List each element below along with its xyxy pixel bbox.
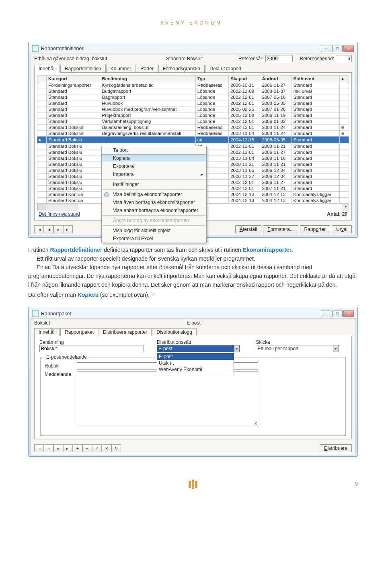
- table-row[interactable]: StandardBudgetrapportLöpande2002-12-0920…: [37, 88, 349, 94]
- minimize-button[interactable]: —: [321, 45, 331, 52]
- logo-icon: [189, 481, 197, 489]
- nav-cancel[interactable]: ✕: [102, 444, 111, 452]
- record-nav: |◂ ◂ ▸ ▸| + − ✓ ✕ ↻: [34, 444, 121, 452]
- tab-innehall[interactable]: Innehåll: [34, 328, 60, 336]
- meddelande-input[interactable]: [77, 372, 258, 425]
- ref-period-input[interactable]: [336, 55, 352, 62]
- body-text: I rutinen Rapportdefinitioner definieras…: [28, 246, 358, 300]
- col-header[interactable]: Skapad: [229, 76, 260, 82]
- distributionssatt-label: Distributionssätt: [157, 339, 191, 345]
- desc-bokslut: Bokslut: [34, 320, 187, 326]
- table-row[interactable]: StandardHuvudbok med program/verksamhetL…: [37, 106, 349, 112]
- nav-next[interactable]: ▸: [53, 225, 63, 233]
- reports-button[interactable]: Rapporter: [300, 225, 330, 233]
- distribuera-button[interactable]: Distribuera: [320, 444, 352, 452]
- table-row[interactable]: StandardHuvudbokLöpande2002-12-012008-05…: [37, 100, 349, 106]
- ref-period-label: Referensperiod:: [300, 56, 334, 61]
- tab-rapportpaket[interactable]: Rapportpaket: [60, 328, 98, 336]
- context-menu: Ta bort Kopiera Exportera Importera Inst…: [101, 146, 207, 243]
- tab-innehall[interactable]: Innehåll: [34, 65, 60, 73]
- ctx-remove[interactable]: Ta bort: [102, 146, 206, 154]
- distributionssatt-combo[interactable]: E-post ▾: [157, 345, 240, 352]
- record-nav: |◂ ◂ ▸ ▸|: [34, 225, 73, 233]
- table-row[interactable]: FördelningsrapporterKyrkogårdens arbetad…: [37, 82, 349, 88]
- std-label: Standard Bokslut: [166, 56, 238, 61]
- meddelande-label: Meddelande: [45, 372, 77, 377]
- rubrik-label: Rubrik: [45, 363, 77, 369]
- tab-distributionslogg[interactable]: Distributionslogg: [152, 328, 197, 336]
- format-button[interactable]: Formatera...: [263, 225, 298, 233]
- ref-year-label: Referensår:: [238, 56, 264, 61]
- count-value: 29: [342, 211, 347, 217]
- col-header[interactable]: Ändrad: [260, 76, 292, 82]
- term-rapportdefinitioner: Rapportdefinitioner: [50, 247, 102, 253]
- skicka-label: Skicka: [256, 339, 270, 345]
- dropdown-icon[interactable]: ▾: [333, 345, 339, 352]
- ctx-show-only-removed[interactable]: Visa enbart borttagna ekonomirapporter: [102, 206, 206, 214]
- nav-add[interactable]: +: [73, 444, 82, 452]
- restore-button[interactable]: ÅÅterställterställ: [235, 225, 261, 233]
- ctx-undo-remove: Ångra borttag av ekonomirapporten: [102, 216, 206, 225]
- distributionssatt-dropdown: E-post Utskrift WebAveny Ekonomi: [157, 353, 234, 373]
- maximize-button[interactable]: ▢: [332, 45, 343, 52]
- skicka-combo[interactable]: Ett mail per rapport ▾: [256, 345, 339, 352]
- opt-webaveny[interactable]: WebAveny Ekonomi: [157, 366, 234, 373]
- opt-utskrift[interactable]: Utskrift: [157, 360, 234, 366]
- tab-distribuera[interactable]: Distribuera rapporter: [99, 328, 152, 336]
- table-row[interactable]: StandardProjektrapportLöpande2005-12-082…: [37, 112, 349, 118]
- ctx-copy[interactable]: Kopiera: [102, 154, 206, 162]
- nav-last[interactable]: ▸|: [63, 225, 73, 233]
- benamning-input[interactable]: [39, 345, 144, 352]
- nav-next[interactable]: ▸: [53, 444, 63, 452]
- h-scrollbar[interactable]: [37, 204, 78, 210]
- maximize-button[interactable]: ▢: [332, 310, 343, 317]
- nav-first: |◂: [34, 444, 44, 452]
- table-row[interactable]: StandardVerksamhetsuppföljningLöpande200…: [37, 118, 349, 125]
- tab-kolumner[interactable]: Kolumner: [106, 65, 136, 72]
- col-header[interactable]: Sidhuvud: [292, 76, 339, 82]
- ctx-show-existing[interactable]: Visa befintliga ekonomirapporter: [102, 190, 206, 198]
- ctx-show-log[interactable]: Visa logg för aktuellt objekt: [102, 227, 206, 235]
- nav-first[interactable]: |◂: [34, 225, 44, 233]
- dropdown-icon[interactable]: ▾: [234, 345, 240, 352]
- nav-prev: ◂: [44, 444, 53, 452]
- window-rapportpaket: Rapportpaket — ▢ ✕ Bokslut E-post Innehå…: [28, 307, 358, 457]
- close-button[interactable]: ✕: [343, 45, 354, 52]
- selection-button[interactable]: Urval: [332, 225, 352, 233]
- desc-mode: E-post: [187, 320, 201, 326]
- tab-dela-ut[interactable]: Dela ut rapport: [205, 65, 246, 72]
- table-row[interactable]: ▸Standard Boksluad2004-12-152008-05-05St…: [37, 137, 349, 143]
- table-row[interactable]: Standard BokslutBegravningsverks resulta…: [37, 131, 349, 137]
- epost-legend: E-postmeddelande: [45, 354, 88, 360]
- ctx-settings[interactable]: Inställningar: [102, 180, 206, 188]
- tab-rapportdefinition[interactable]: Rapportdefinition: [60, 65, 106, 72]
- close-button[interactable]: ✕: [343, 310, 354, 317]
- tab-rader[interactable]: Rader: [136, 65, 158, 72]
- ctx-show-removed[interactable]: Visa även borttagna ekonomirapporter: [102, 198, 206, 206]
- count-label: Antal:: [327, 211, 341, 217]
- col-header[interactable]: Benämning: [100, 76, 195, 82]
- minimize-button[interactable]: —: [321, 310, 331, 317]
- nav-refresh[interactable]: ↻: [111, 444, 121, 452]
- table-row[interactable]: Standard BokslutBalansräkning, bokslutRa…: [37, 125, 349, 131]
- ref-year-input[interactable]: [265, 55, 293, 62]
- ctx-export[interactable]: Exportera: [102, 162, 206, 170]
- report-grid[interactable]: KategoriBenämningTypSkapadÄndradSidhuvud…: [37, 75, 349, 204]
- benamning-label: Benämning: [39, 339, 64, 345]
- nav-remove[interactable]: −: [82, 444, 92, 452]
- col-header[interactable]: Typ: [195, 76, 229, 82]
- nav-prev[interactable]: ◂: [44, 225, 53, 233]
- table-row[interactable]: StandardDagrapportLöpande2002-12-012007-…: [37, 94, 349, 100]
- app-icon: [32, 45, 39, 52]
- col-header[interactable]: Kategori: [47, 76, 100, 82]
- term-kopiera: Kopiera: [78, 292, 99, 298]
- page-header: AVENY EKONOMI: [28, 20, 358, 26]
- page-number: 9: [355, 481, 358, 487]
- nav-accept[interactable]: ✓: [92, 444, 102, 452]
- ctx-export-excel[interactable]: Exportera till Excel: [102, 235, 206, 243]
- ctx-import[interactable]: Importera: [102, 170, 206, 178]
- new-standard-link[interactable]: Det finns nya stand: [39, 211, 80, 217]
- opt-epost[interactable]: E-post: [157, 353, 234, 360]
- tab-forhandsgranska[interactable]: Förhandsgranska: [158, 65, 205, 72]
- nav-last[interactable]: ▸|: [63, 444, 73, 452]
